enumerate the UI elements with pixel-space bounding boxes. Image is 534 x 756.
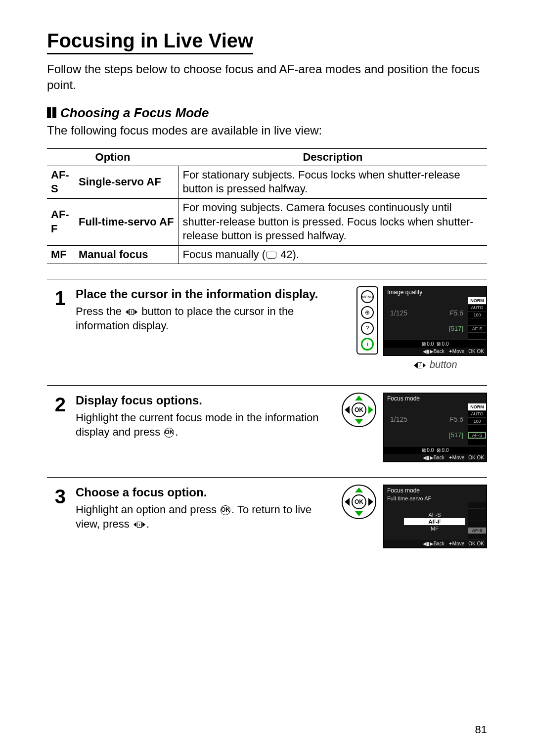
menu-button-icon: MENU — [361, 290, 374, 303]
bars-icon — [47, 107, 56, 118]
lcd-screen: Image quality 1/125 F5.6 [517] NORM AUTO… — [383, 286, 487, 356]
ok-center-icon: OK — [352, 494, 366, 509]
page-ref-icon — [267, 252, 276, 259]
col-option: Option — [47, 148, 178, 166]
mode-name: Full-time-servo AF — [75, 198, 178, 245]
lcd-title: Image quality — [384, 287, 486, 297]
info-button-icon: i — [126, 309, 137, 315]
divider — [47, 385, 487, 386]
ok-center-icon: OK — [352, 402, 366, 417]
step-number: 3 — [47, 485, 66, 548]
mode-desc: For moving subjects. Camera focuses cont… — [178, 198, 487, 245]
intro-text: Follow the steps below to choose focus a… — [47, 61, 487, 93]
step-2: 2 Display focus options. Highlight the c… — [47, 393, 487, 477]
col-description: Description — [178, 148, 487, 166]
lcd-sidebar: NORM AUTO 100 AF-S — [468, 297, 486, 340]
help-button-icon: ? — [361, 322, 374, 335]
step-desc: Highlight the current focus mode in the … — [76, 410, 333, 440]
lcd-aperture: F5.6 — [449, 415, 463, 423]
mode-name: Single-servo AF — [75, 166, 178, 198]
step-graphic: OK Focus mode 1/125 F5.6 [517] NORM AUTO — [342, 393, 487, 462]
mode-name: Manual focus — [75, 245, 178, 264]
sub-intro: The following focus modes are available … — [47, 124, 487, 137]
info-button-icon: i — [134, 522, 145, 528]
graphic-caption: i button — [383, 359, 487, 370]
lcd-exposure-bar: ⊠ 0.0 ⊠ 0.0 — [384, 340, 486, 348]
sub-heading-text: Choosing a Focus Mode — [60, 105, 209, 121]
step-title: Place the cursor in the information disp… — [76, 286, 348, 302]
mode-desc: Focus manually ( 42). — [178, 245, 487, 264]
focus-mode-table: Option Description AF-S Single-servo AF … — [47, 148, 487, 265]
multi-selector-icon: OK — [342, 485, 376, 519]
mode-desc: For stationary subjects. Focus locks whe… — [178, 166, 487, 198]
page-number: 81 — [475, 723, 487, 736]
mode-code: AF-S — [47, 166, 75, 198]
sub-heading: Choosing a Focus Mode — [47, 105, 487, 121]
info-button-icon: i — [361, 338, 374, 351]
mode-code: MF — [47, 245, 75, 264]
step-title: Choose a focus option. — [76, 485, 333, 500]
step-number: 2 — [47, 393, 66, 462]
lcd-title: Focus mode — [384, 486, 486, 495]
step-3: 3 Choose a focus option. Highlight an op… — [47, 485, 487, 563]
lcd-sidebar: AF-S — [468, 502, 486, 540]
divider — [47, 279, 487, 279]
lcd-title: Focus mode — [384, 394, 486, 403]
lcd-help-bar: ◀▮▶Back ✦Move OK OK — [384, 454, 486, 461]
step-number: 1 — [47, 286, 66, 370]
lcd-shutter: 1/125 — [390, 415, 407, 423]
ok-button-icon: OK — [221, 505, 230, 515]
mode-code: AF-F — [47, 198, 75, 245]
lcd-help-bar: ◀▮▶Back ✦Move OK OK — [384, 540, 486, 547]
step-title: Display focus options. — [76, 393, 333, 408]
lcd-exposure-bar: ⊠ 0.0 ⊠ 0.0 — [384, 446, 486, 454]
lcd-count: [517] — [449, 431, 463, 439]
table-row: MF Manual focus Focus manually ( 42). — [47, 245, 487, 264]
lcd-aperture: F5.6 — [449, 309, 463, 317]
info-button-icon: i — [414, 362, 426, 368]
multi-selector-icon: OK — [342, 393, 376, 427]
step-desc: Press the i button to place the cursor i… — [76, 304, 348, 333]
table-row: AF-F Full-time-servo AF For moving subje… — [47, 198, 487, 245]
lcd-subtitle: Full-time-servo AF — [384, 495, 486, 502]
lcd-help-bar: ◀▮▶Back ✦Move OK OK — [384, 348, 486, 355]
camera-button-stack: MENU ⊕ ? i — [356, 286, 378, 355]
lcd-shutter: 1/125 — [390, 309, 407, 317]
lcd-count: [517] — [449, 325, 463, 332]
step-1: 1 Place the cursor in the information di… — [47, 286, 487, 385]
step-graphic: OK Focus mode Full-time-servo AF AF-S AF… — [342, 485, 487, 548]
step-desc: Highlight an option and press OK. To ret… — [76, 502, 333, 532]
zoom-button-icon: ⊕ — [361, 306, 374, 319]
lcd-screen: Focus mode Full-time-servo AF AF-S AF-F … — [383, 485, 487, 548]
ok-button-icon: OK — [164, 428, 174, 438]
step-graphic: MENU ⊕ ? i Image quality 1/125 F5.6 [517… — [356, 286, 487, 370]
divider — [47, 477, 487, 478]
lcd-menu-list: AF-S AF-F MF — [404, 511, 465, 532]
page-title: Focusing in Live View — [47, 30, 253, 54]
lcd-sidebar: NORM AUTO 100 AF-S — [468, 403, 486, 446]
table-row: AF-S Single-servo AF For stationary subj… — [47, 166, 487, 198]
lcd-screen: Focus mode 1/125 F5.6 [517] NORM AUTO 10… — [383, 393, 487, 462]
